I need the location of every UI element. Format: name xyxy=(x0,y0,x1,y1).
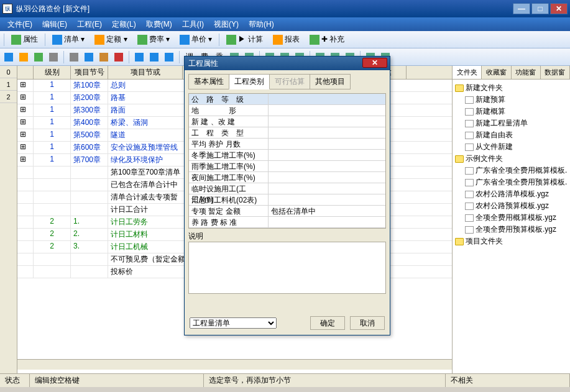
project-properties-dialog: 工程属性 ✕ 基本属性工程类别可行估算其他项目 公 路 等 级地 形新 建 、改… xyxy=(184,56,390,335)
property-row[interactable]: 汇总到工料机(02表) xyxy=(189,194,385,206)
tool-icon-8[interactable] xyxy=(133,51,145,63)
column-header[interactable] xyxy=(17,66,34,79)
toolbar-button-3[interactable]: 费率 ▾ xyxy=(133,32,174,47)
property-row[interactable]: 雨季施工增工率(%) xyxy=(189,161,385,172)
status-cell-a: 状态 xyxy=(0,374,30,387)
gutter-2[interactable]: 2 xyxy=(0,91,17,103)
right-tab-0[interactable]: 文件夹 xyxy=(453,66,482,79)
dialog-description: 说明 xyxy=(188,231,386,296)
tree-node[interactable]: 广东省全项全费用预算模板. xyxy=(455,176,568,188)
tool-icon-7[interactable] xyxy=(113,51,125,63)
close-button[interactable]: ✕ xyxy=(550,3,568,14)
dialog-tab-3[interactable]: 其他项目 xyxy=(310,74,351,89)
menu-item-3[interactable]: 定额(L) xyxy=(107,18,141,31)
status-cell-c: 选定章号，再添加节小节 xyxy=(204,374,446,387)
tool-icon-10[interactable] xyxy=(163,51,175,63)
titlebar: 纵 纵羽公路造价 [新文件] — □ ✕ xyxy=(0,0,570,17)
maximize-button[interactable]: □ xyxy=(531,3,549,14)
property-row[interactable]: 地 形 xyxy=(189,105,385,116)
menubar: 文件(E)编辑(E)工程(E)定额(L)取费(M)工具(I)视图(Y)帮助(H) xyxy=(0,17,570,31)
column-header[interactable]: 项目节号 xyxy=(71,66,108,79)
dialog-grid: 公 路 等 级地 形新 建 、改 建工 程 类 型平均 养护 月数冬季施工增工率… xyxy=(188,93,386,229)
dialog-title: 工程属性 ✕ xyxy=(185,57,390,70)
property-row[interactable]: 专项 暂定 金额包括在清单中 xyxy=(189,206,385,217)
tree-node[interactable]: 全项全费用概算模板.ygz xyxy=(455,212,568,224)
dialog-title-text: 工程属性 xyxy=(188,58,218,69)
menu-item-6[interactable]: 视图(Y) xyxy=(209,18,244,31)
window-title: 纵羽公路造价 [新文件] xyxy=(16,4,513,14)
tool-icon-4[interactable] xyxy=(68,51,80,63)
left-gutter: 012 xyxy=(0,66,17,373)
statusbar: 状态 编辑按空格键 选定章号，再添加节小节 不相关 xyxy=(0,373,570,387)
right-tab-1[interactable]: 收藏窗 xyxy=(482,66,511,79)
tool-icon-6[interactable] xyxy=(98,51,110,63)
right-tabs: 文件夹收藏窗功能窗数据窗 xyxy=(453,66,570,80)
tree-node[interactable]: 新建概算 xyxy=(455,106,568,117)
tree-node[interactable]: 示例文件夹 xyxy=(455,153,568,165)
menu-item-1[interactable]: 编辑(E) xyxy=(37,18,72,31)
toolbar-1: 属性清单 ▾定额 ▾费率 ▾单价 ▾▶ 计算报表✚ 补充 xyxy=(0,31,570,48)
menu-item-0[interactable]: 文件(E) xyxy=(2,18,37,31)
toolbar-button-0[interactable]: 属性 xyxy=(7,32,42,47)
description-label: 说明 xyxy=(188,231,386,242)
dialog-tab-0[interactable]: 基本属性 xyxy=(188,74,229,89)
property-row[interactable]: 工 程 类 型 xyxy=(189,127,385,139)
status-cell-b: 编辑按空格键 xyxy=(30,374,204,387)
property-row[interactable]: 冬季施工增工率(%) xyxy=(189,150,385,161)
description-textarea[interactable] xyxy=(188,242,386,294)
tree-node[interactable]: 农村公路预算模板.ygz xyxy=(455,200,568,212)
file-tree[interactable]: 新建文件夹新建预算新建概算新建工程量清单新建自由表从文件新建示例文件夹广东省全项… xyxy=(453,80,570,373)
dialog-tabs: 基本属性工程类别可行估算其他项目 xyxy=(188,74,386,89)
menu-item-7[interactable]: 帮助(H) xyxy=(244,18,279,31)
tree-node[interactable]: 农村公路清单模板.ygz xyxy=(455,188,568,200)
dialog-footer: 工程量清单 确定 取消 xyxy=(190,316,385,330)
property-row[interactable]: 平均 养护 月数 xyxy=(189,139,385,150)
tree-node[interactable]: 新建工程量清单 xyxy=(455,117,568,129)
toolbar-button-7[interactable]: ✚ 补充 xyxy=(305,32,349,47)
toolbar-button-6[interactable]: 报表 xyxy=(269,32,304,47)
dialog-close-button[interactable]: ✕ xyxy=(362,58,387,68)
tool-icon-9[interactable] xyxy=(148,51,160,63)
right-tab-2[interactable]: 功能窗 xyxy=(512,66,541,79)
property-row[interactable]: 新 建 、改 建 xyxy=(189,116,385,127)
right-pane: 文件夹收藏窗功能窗数据窗 新建文件夹新建预算新建概算新建工程量清单新建自由表从文… xyxy=(452,66,570,373)
tree-node[interactable]: 新建预算 xyxy=(455,94,568,106)
ok-button[interactable]: 确定 xyxy=(310,316,345,330)
tool-icon-5[interactable] xyxy=(83,51,95,63)
minimize-button[interactable]: — xyxy=(513,3,530,14)
gutter-0[interactable]: 0 xyxy=(0,66,17,78)
toolbar-button-2[interactable]: 定额 ▾ xyxy=(90,32,131,47)
app-icon: 纵 xyxy=(2,4,12,14)
tree-node[interactable]: 项目文件夹 xyxy=(455,235,568,247)
tool-icon-2[interactable] xyxy=(32,51,45,63)
tree-node[interactable]: 从文件新建 xyxy=(455,141,568,153)
dialog-tab-2: 可行估算 xyxy=(269,74,310,89)
tree-node[interactable]: 新建自由表 xyxy=(455,129,568,141)
menu-item-5[interactable]: 工具(I) xyxy=(177,18,209,31)
column-header[interactable]: 级别 xyxy=(34,66,71,79)
column-header[interactable]: 项目节或 xyxy=(108,66,183,79)
right-tab-3[interactable]: 数据窗 xyxy=(541,66,570,79)
tool-icon-1[interactable] xyxy=(17,51,30,63)
tool-icon-0[interactable] xyxy=(2,51,15,63)
property-row[interactable]: 夜间施工增工率(%) xyxy=(189,172,385,183)
cancel-button[interactable]: 取消 xyxy=(350,316,385,330)
toolbar-button-4[interactable]: 单价 ▾ xyxy=(175,32,216,47)
gutter-1[interactable]: 1 xyxy=(0,78,17,91)
horizontal-scrollbar[interactable] xyxy=(17,359,452,370)
property-row[interactable]: 养 路 费 标 准 xyxy=(189,217,385,228)
tree-node[interactable]: 新建文件夹 xyxy=(455,82,568,94)
tool-icon-3[interactable] xyxy=(47,51,60,63)
tree-node[interactable]: 全项全费用预算模板.ygz xyxy=(455,224,568,235)
toolbar-button-5[interactable]: ▶ 计算 xyxy=(222,32,267,47)
menu-item-2[interactable]: 工程(E) xyxy=(72,18,107,31)
status-cell-d: 不相关 xyxy=(446,374,570,387)
dialog-tab-1[interactable]: 工程类别 xyxy=(229,74,270,89)
tree-node[interactable]: 广东省全项全费用概算模板. xyxy=(455,165,568,176)
property-row[interactable]: 公 路 等 级 xyxy=(189,94,385,105)
dialog-select[interactable]: 工程量清单 xyxy=(190,317,277,329)
property-row[interactable]: 临时设施用工(工日/km) xyxy=(189,183,385,194)
toolbar-button-1[interactable]: 清单 ▾ xyxy=(48,32,89,47)
menu-item-4[interactable]: 取费(M) xyxy=(141,18,177,31)
